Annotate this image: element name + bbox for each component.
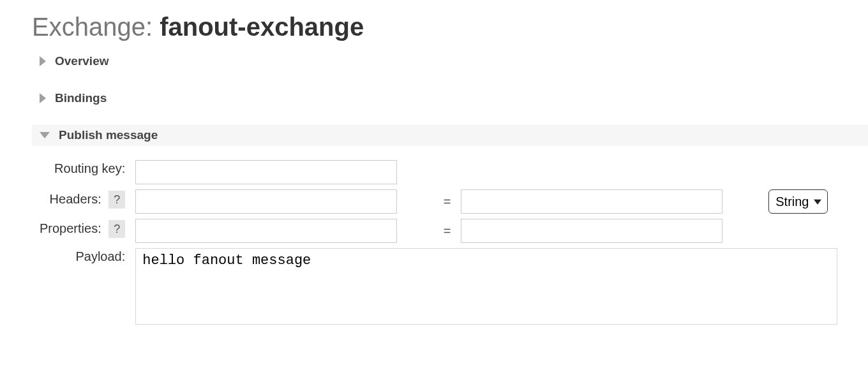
payload-label: Payload: [40,246,131,330]
section-bindings-header[interactable]: Bindings [32,87,868,109]
exchange-name: fanout-exchange [160,13,364,41]
headers-type-select[interactable]: String [768,189,828,214]
payload-textarea[interactable] [135,248,837,325]
properties-value-input[interactable] [461,219,722,243]
properties-equals: = [440,216,457,246]
headers-help-icon[interactable]: ? [108,191,125,209]
headers-equals: = [440,187,457,216]
section-bindings-label: Bindings [55,91,107,105]
properties-key-input[interactable] [135,219,397,243]
headers-value-input[interactable] [461,189,722,214]
headers-label: Headers: [50,192,101,206]
section-publish-label: Publish message [59,128,158,142]
chevron-down-icon [40,132,50,138]
properties-help-icon[interactable]: ? [108,220,125,238]
chevron-right-icon [40,93,46,103]
routing-key-label: Routing key: [40,158,131,187]
headers-key-input[interactable] [135,189,397,214]
title-prefix: Exchange: [32,13,160,41]
chevron-right-icon [40,56,46,66]
routing-key-input[interactable] [135,160,397,184]
page-title: Exchange: fanout-exchange [32,13,868,41]
properties-label: Properties: [40,221,101,235]
section-overview-label: Overview [55,54,109,68]
section-publish-header[interactable]: Publish message [32,124,868,146]
section-overview-header[interactable]: Overview [32,50,868,72]
